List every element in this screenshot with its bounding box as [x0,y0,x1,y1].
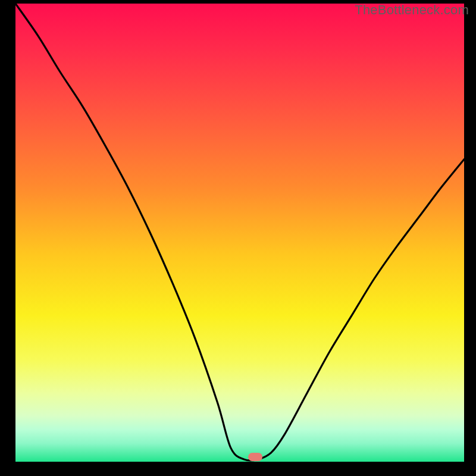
plot-area [15,4,464,462]
bottleneck-curve [15,4,464,462]
optimum-marker [248,453,262,461]
chart-stage: TheBottleneck.com [0,0,476,476]
